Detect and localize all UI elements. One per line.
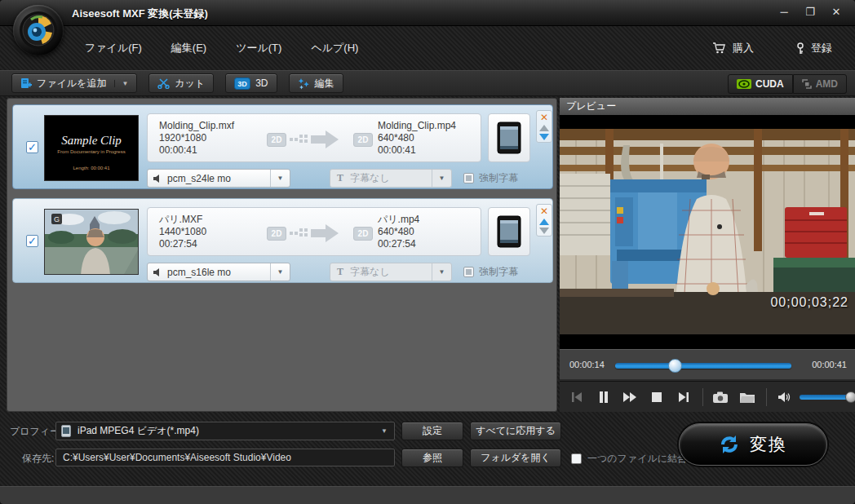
file-list-panel: ✓ Sample Clip From Documentary in Progre… (7, 98, 557, 412)
file-2-actions: ✕ (536, 204, 552, 237)
file-2-subtitle-select[interactable]: T 字幕なし ▼ (330, 263, 452, 281)
amd-toggle-button[interactable]: AMD (793, 74, 847, 94)
cart-icon (712, 42, 726, 54)
add-file-dropdown-arrow[interactable]: ▼ (114, 80, 128, 87)
file-1-source-duration: 00:00:41 (159, 144, 234, 157)
file-2-audio-select[interactable]: pcm_s16le mo ▼ (147, 263, 290, 281)
convert-arrow-icon (290, 223, 350, 244)
register-button[interactable]: 登録 (796, 41, 832, 55)
convert-button[interactable]: 変換 (679, 423, 827, 466)
volume-slider-handle[interactable] (845, 391, 855, 403)
preview-panel: プレビュー (560, 98, 855, 412)
seek-slider[interactable] (615, 363, 791, 369)
close-button[interactable]: ✕ (826, 5, 847, 20)
file-2-output-name: パリ.mp4 (378, 214, 419, 226)
file-1-info-panel: Molding_Clip.mxf 1920*1080 00:00:41 2D 2… (147, 113, 481, 162)
subtitle-t-icon: T (337, 266, 343, 278)
preview-video[interactable]: 00;00;03;22 (560, 115, 855, 349)
file-2-output-duration: 00:27:54 (378, 238, 419, 250)
forced-subtitle-checkbox[interactable] (463, 173, 474, 183)
destination-label: 保存先: (22, 452, 54, 466)
add-file-icon (20, 77, 32, 90)
browse-button[interactable]: 参照 (401, 449, 463, 467)
snapshot-button[interactable] (711, 388, 730, 406)
file-row-2[interactable]: ✓ G (12, 198, 553, 283)
convert-3d-button[interactable]: 3D 3D (225, 73, 277, 93)
buy-button[interactable]: 購入 (712, 41, 754, 55)
menu-help[interactable]: ヘルプ(H) (311, 41, 358, 55)
file-1-move-down-button[interactable] (539, 134, 549, 140)
open-snapshot-folder-button[interactable] (738, 388, 756, 406)
file-2-output-resolution: 640*480 (378, 226, 419, 238)
skip-to-end-button[interactable] (674, 388, 693, 406)
file-2-source-name: パリ.MXF (159, 214, 206, 226)
file-1-thumbnail: Sample Clip From Documentary in Progress… (44, 115, 139, 181)
svg-text:3D: 3D (237, 80, 247, 88)
file-2-forced-subtitle[interactable]: 強制字幕 (463, 265, 518, 279)
audio-dropdown-arrow[interactable]: ▼ (270, 170, 290, 187)
settings-button[interactable]: 設定 (401, 422, 463, 440)
file-1-remove-button[interactable]: ✕ (540, 113, 548, 122)
menu-file[interactable]: ファイル(F) (85, 41, 142, 55)
cuda-toggle-button[interactable]: CUDA (728, 74, 793, 94)
forced-subtitle-checkbox[interactable] (463, 267, 474, 277)
file-1-actions: ✕ (536, 110, 552, 143)
subtitle-dropdown-arrow[interactable]: ▼ (432, 263, 451, 281)
add-file-button[interactable]: ファイルを追加 ▼ (11, 73, 137, 93)
volume-slider[interactable] (800, 395, 855, 400)
file-2-checkbox[interactable]: ✓ (26, 235, 38, 247)
file-1-forced-subtitle[interactable]: 強制字幕 (463, 171, 518, 185)
file-1-checkbox[interactable]: ✓ (26, 141, 38, 153)
file-row-1[interactable]: ✓ Sample Clip From Documentary in Progre… (12, 104, 553, 189)
file-2-move-up-button[interactable] (539, 219, 549, 225)
mute-button[interactable] (775, 388, 794, 406)
pause-button[interactable] (595, 388, 614, 406)
seek-bar-row: 00:00:14 00:00:41 (560, 349, 855, 379)
file-1-device-button[interactable] (488, 113, 530, 162)
destination-path-field[interactable]: C:¥Users¥User¥Documents¥Aiseesoft Studio… (55, 449, 395, 466)
source-2d-badge: 2D (267, 133, 286, 147)
file-1-move-up-button[interactable] (539, 125, 549, 131)
file-2-info-panel: パリ.MXF 1440*1080 00:27:54 2D 2D パリ.mp4 6… (147, 207, 481, 256)
ipad-icon (497, 122, 521, 154)
file-1-subtitle-select[interactable]: T 字幕なし ▼ (330, 169, 452, 188)
app-window: Aiseesoft MXF 変換(未登録) ─ ❐ ✕ ファイル(F) 編集(E… (0, 0, 855, 504)
fast-forward-button[interactable] (621, 388, 640, 406)
profile-select[interactable]: iPad MPEG4 ビデオ(*.mp4) ▼ (55, 422, 395, 440)
maximize-button[interactable]: ❐ (800, 5, 821, 20)
file-1-audio-select[interactable]: pcm_s24le mo ▼ (147, 169, 290, 188)
file-1-output-duration: 00:00:41 (378, 144, 456, 157)
minimize-button[interactable]: ─ (773, 5, 795, 20)
file-2-move-down-button[interactable] (539, 228, 549, 234)
apply-to-all-button[interactable]: すべてに応用する (470, 422, 561, 440)
skip-to-start-button[interactable] (568, 388, 587, 406)
profile-device-icon (61, 425, 71, 437)
output-2d-badge: 2D (353, 133, 373, 147)
file-2-device-button[interactable] (488, 207, 530, 256)
convert-arrow-icon (290, 129, 350, 150)
output-settings-panel: プロフィール: iPad MPEG4 ビデオ(*.mp4) ▼ 設定 すべてに応… (0, 412, 855, 486)
menu-tools[interactable]: ツール(T) (236, 41, 281, 55)
key-icon (796, 42, 804, 55)
audio-dropdown-arrow[interactable]: ▼ (270, 263, 290, 281)
merge-checkbox[interactable] (571, 453, 582, 464)
menu-edit[interactable]: 編集(E) (171, 41, 206, 55)
merge-into-one-file[interactable]: 一つのファイルに結合 (571, 452, 687, 466)
file-1-source-resolution: 1920*1080 (159, 132, 234, 144)
menu-bar: ファイル(F) 編集(E) ツール(T) ヘルプ(H) 購入 登録 (0, 26, 855, 70)
svg-text:G: G (54, 215, 60, 223)
three-d-icon: 3D (234, 77, 250, 90)
profile-dropdown-arrow[interactable]: ▼ (381, 427, 388, 435)
stop-button[interactable] (648, 388, 667, 406)
speaker-icon (153, 267, 162, 277)
status-bar (0, 486, 855, 504)
cut-button[interactable]: カット (148, 73, 214, 93)
title-bar: Aiseesoft MXF 変換(未登録) ─ ❐ ✕ (0, 0, 855, 26)
main-toolbar: ファイルを追加 ▼ カット 3D 3D 編集 C (0, 70, 855, 96)
edit-button[interactable]: 編集 (289, 73, 343, 93)
preview-title: プレビュー (560, 98, 855, 115)
subtitle-dropdown-arrow[interactable]: ▼ (432, 170, 451, 187)
file-2-remove-button[interactable]: ✕ (540, 206, 548, 216)
seek-slider-handle[interactable] (668, 359, 682, 373)
open-folder-button[interactable]: フォルダを開く (470, 449, 561, 467)
